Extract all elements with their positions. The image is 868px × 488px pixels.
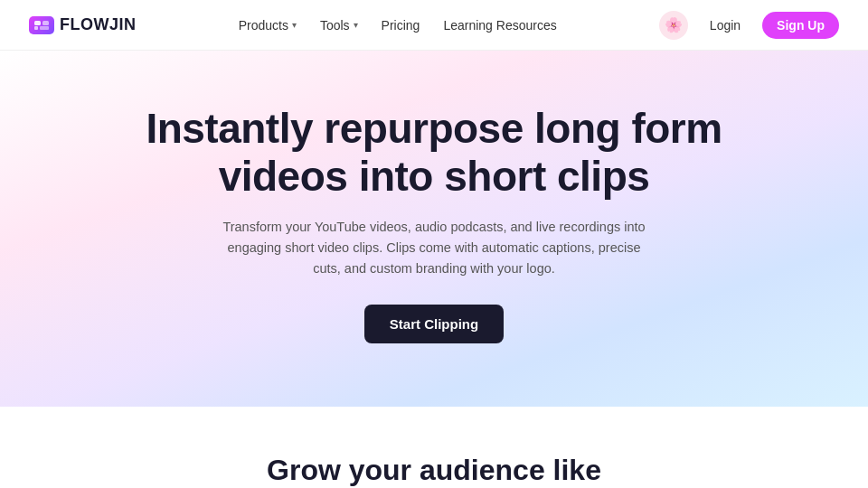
navbar: FLOWJIN Products ▾ Tools ▾ Pricing Learn… bbox=[0, 0, 868, 51]
grow-section: Grow your audience like professional cre… bbox=[0, 407, 868, 488]
signup-button[interactable]: Sign Up bbox=[762, 12, 839, 39]
start-clipping-button[interactable]: Start Clipping bbox=[364, 305, 504, 343]
brand-name: FLOWJIN bbox=[60, 15, 137, 34]
nav-pricing[interactable]: Pricing bbox=[373, 13, 429, 38]
hero-section: Instantly repurpose long form videos int… bbox=[0, 51, 868, 407]
nav-learning-resources[interactable]: Learning Resources bbox=[434, 13, 565, 38]
svg-rect-1 bbox=[42, 21, 49, 25]
chevron-down-icon: ▾ bbox=[354, 20, 358, 30]
nav-tools[interactable]: Tools ▾ bbox=[311, 13, 367, 38]
hero-title: Instantly repurpose long form videos int… bbox=[118, 105, 750, 201]
logo[interactable]: FLOWJIN bbox=[29, 15, 137, 34]
nav-products[interactable]: Products ▾ bbox=[230, 13, 306, 38]
logo-icon bbox=[29, 16, 54, 34]
login-button[interactable]: Login bbox=[695, 12, 755, 39]
bell-icon-button[interactable]: 🌸 bbox=[659, 11, 688, 40]
svg-rect-3 bbox=[40, 26, 49, 30]
chevron-down-icon: ▾ bbox=[292, 20, 297, 30]
hero-subtitle: Transform your YouTube videos, audio pod… bbox=[217, 217, 651, 280]
grow-section-title: Grow your audience like professional cre… bbox=[199, 452, 669, 488]
svg-rect-2 bbox=[34, 26, 38, 30]
nav-actions: 🌸 Login Sign Up bbox=[659, 11, 839, 40]
nav-links: Products ▾ Tools ▾ Pricing Learning Reso… bbox=[230, 13, 566, 38]
svg-rect-0 bbox=[34, 21, 41, 25]
